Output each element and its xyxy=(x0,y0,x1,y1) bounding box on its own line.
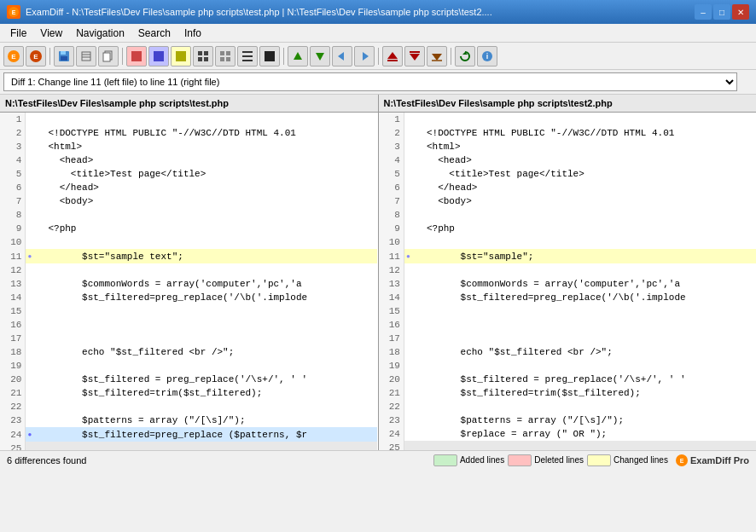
table-row: 1 xyxy=(379,113,756,126)
view3-btn[interactable] xyxy=(171,46,191,66)
svg-rect-19 xyxy=(198,57,202,61)
svg-marker-31 xyxy=(338,52,344,61)
diff-selector[interactable]: Diff 1: Change line 11 (left file) to li… xyxy=(3,72,737,91)
grid2-btn[interactable] xyxy=(215,46,236,66)
maximize-button[interactable]: □ xyxy=(713,4,730,20)
table-row: 10 xyxy=(379,235,756,249)
line-marker xyxy=(404,263,411,277)
line-content xyxy=(412,113,756,126)
line-number: 18 xyxy=(0,345,26,359)
line-marker xyxy=(26,345,33,359)
menu-view[interactable]: View xyxy=(33,24,69,42)
line-marker xyxy=(404,153,411,167)
table-row: 17 xyxy=(0,332,377,345)
grid1-btn[interactable] xyxy=(193,46,213,66)
line-marker xyxy=(404,332,411,345)
line-content: <!DOCTYPE HTML PUBLIC "-//W3C//DTD HTML … xyxy=(33,126,377,140)
line-number: 24 xyxy=(379,427,404,441)
nav-up-btn[interactable] xyxy=(288,46,308,66)
table-row: 6 </head> xyxy=(379,181,756,194)
menu-navigation[interactable]: Navigation xyxy=(69,24,131,42)
left-pane[interactable]: 12 <!DOCTYPE HTML PUBLIC "-//W3C//DTD HT… xyxy=(0,113,379,450)
last-diff-btn[interactable] xyxy=(404,46,425,66)
line-content xyxy=(412,400,756,413)
table-row: 9 <?php xyxy=(0,222,377,235)
line-marker xyxy=(26,277,33,291)
edit-left-btn[interactable] xyxy=(76,46,96,66)
status-legend: Added lines Deleted lines Changed lines … xyxy=(433,454,749,467)
line-number: 10 xyxy=(379,235,404,249)
menu-search[interactable]: Search xyxy=(131,24,177,42)
table-row: 3 <html> xyxy=(379,140,756,153)
black-btn[interactable] xyxy=(259,46,280,66)
line-number: 20 xyxy=(0,373,26,386)
line-marker xyxy=(26,222,33,235)
line-marker: ● xyxy=(26,427,33,442)
line-content: $commonWords = array('computer','pc','a xyxy=(33,277,377,291)
svg-rect-25 xyxy=(242,51,253,53)
line-marker xyxy=(26,181,33,194)
table-row: 11● $st="sample text"; xyxy=(0,249,377,263)
line-marker xyxy=(26,235,33,249)
line-number: 6 xyxy=(379,181,404,194)
copy-btn[interactable] xyxy=(98,46,119,66)
table-row: 23 $patterns = array ("/[\s]/"); xyxy=(0,413,377,427)
line-content xyxy=(33,263,377,277)
minimize-button[interactable]: – xyxy=(695,4,712,20)
save-left-btn[interactable] xyxy=(54,46,74,66)
line-content xyxy=(412,318,756,332)
nav-down-btn[interactable] xyxy=(310,46,330,66)
status-text: 6 differences found xyxy=(7,455,433,466)
svg-rect-17 xyxy=(198,51,202,55)
line-number: 16 xyxy=(0,318,26,332)
svg-rect-16 xyxy=(176,51,186,61)
svg-marker-30 xyxy=(316,53,324,61)
nav-left-btn[interactable] xyxy=(332,46,352,66)
line-marker xyxy=(404,126,411,140)
svg-rect-7 xyxy=(61,51,66,55)
svg-rect-24 xyxy=(226,57,230,61)
line-marker xyxy=(26,442,33,450)
line-marker xyxy=(26,194,33,208)
table-row: 1 xyxy=(0,113,377,126)
table-row: 25 xyxy=(0,442,377,450)
first-diff-btn[interactable] xyxy=(382,46,403,66)
line-marker xyxy=(404,222,411,235)
table-row: 9 <?php xyxy=(379,222,756,235)
table-row: 6 </head> xyxy=(0,181,377,194)
line-marker xyxy=(404,113,411,126)
line-marker xyxy=(26,373,33,386)
line-marker xyxy=(404,291,411,304)
svg-text:E: E xyxy=(680,458,684,464)
app-icon: E xyxy=(7,5,20,19)
nav-right-btn[interactable] xyxy=(354,46,375,66)
sync-btn[interactable] xyxy=(427,46,447,66)
open-left-btn[interactable]: E xyxy=(3,46,24,66)
line-content xyxy=(412,304,756,318)
svg-rect-18 xyxy=(204,51,208,55)
view1-btn[interactable] xyxy=(126,46,147,66)
line-marker xyxy=(404,181,411,194)
changed-label: Changed lines xyxy=(614,455,668,465)
menu-file[interactable]: File xyxy=(3,24,33,42)
open-right-btn[interactable]: E xyxy=(26,46,46,66)
line-content xyxy=(33,400,377,413)
right-pane[interactable]: 12 <!DOCTYPE HTML PUBLIC "-//W3C//DTD HT… xyxy=(379,113,757,450)
info-btn[interactable]: i xyxy=(477,46,497,66)
grid3-btn[interactable] xyxy=(237,46,258,66)
sep4 xyxy=(378,48,379,65)
table-row: 13 $commonWords = array('computer','pc',… xyxy=(379,277,756,291)
line-content xyxy=(412,332,756,345)
close-button[interactable]: ✕ xyxy=(732,4,749,20)
line-content: $st_filtered = preg_replace('/\s+/', ' ' xyxy=(412,373,756,386)
left-diff-table: 12 <!DOCTYPE HTML PUBLIC "-//W3C//DTD HT… xyxy=(0,113,378,450)
table-row: 12 xyxy=(0,263,377,277)
line-marker xyxy=(26,126,33,140)
line-content: $st_filtered=preg_replace ($patterns, $r xyxy=(33,427,377,442)
menu-info[interactable]: Info xyxy=(177,24,208,42)
refresh-btn[interactable] xyxy=(455,46,475,66)
line-number: 3 xyxy=(379,140,404,153)
diff-panes: 12 <!DOCTYPE HTML PUBLIC "-//W3C//DTD HT… xyxy=(0,113,756,450)
line-content: <title>Test page</title> xyxy=(412,167,756,181)
view2-btn[interactable] xyxy=(148,46,169,66)
